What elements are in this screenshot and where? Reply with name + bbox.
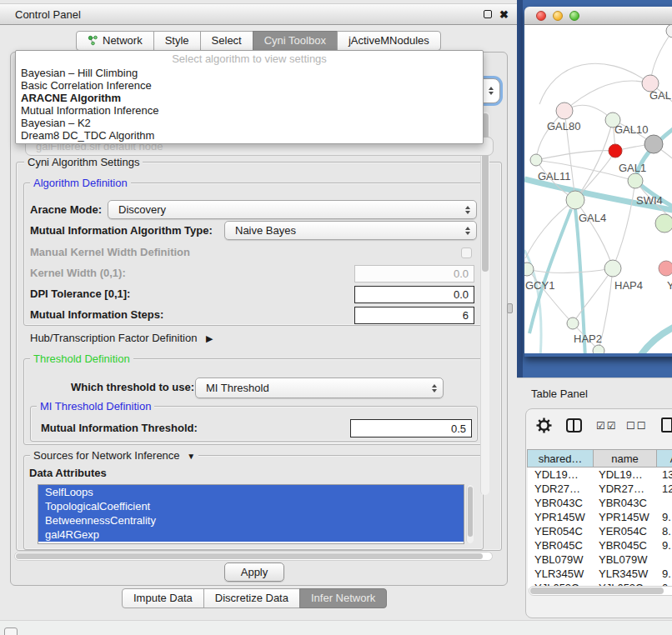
aracne-mode-label: Aracne Mode: <box>30 203 102 216</box>
list-item[interactable]: SelfLoops <box>38 485 464 499</box>
floating-panel-icon[interactable] <box>4 628 18 635</box>
network-view-window[interactable]: GAL GAL80 GAL10 GAL1 GAL11 SWI4 GAL4 GCY… <box>524 7 672 357</box>
node-label: GAL4 <box>579 212 606 224</box>
node-swi4[interactable] <box>628 173 643 188</box>
settings-vertical-scrollbar[interactable] <box>480 112 489 495</box>
node-gal1-selected[interactable] <box>609 144 622 158</box>
gear-icon[interactable] <box>536 418 552 433</box>
mi-threshold-label: Mutual Information Threshold: <box>41 422 198 434</box>
apply-button[interactable]: Apply <box>224 562 284 582</box>
mi-threshold-field[interactable]: 0.5 <box>350 419 472 438</box>
table-row[interactable]: YDL19…YDL19…13 <box>528 468 672 482</box>
node-partial-right[interactable] <box>655 214 672 232</box>
list-item[interactable]: gal4RGexp <box>38 528 464 542</box>
column-header[interactable]: name <box>593 449 657 468</box>
sources-legend-label: Sources for Network Inference <box>33 449 180 462</box>
list-item[interactable]: BetweennessCentrality <box>38 513 464 528</box>
tab-cyni-toolbox[interactable]: Cyni Toolbox <box>253 31 338 51</box>
tab-infer-network[interactable]: Infer Network <box>299 588 387 608</box>
select-columns-icon[interactable]: ☑☑ <box>596 420 618 432</box>
tab-impute-data[interactable]: Impute Data <box>122 588 204 608</box>
mi-threshold-legend: MI Threshold Definition <box>37 400 154 412</box>
float-panel-icon[interactable] <box>484 10 492 18</box>
network-nodes <box>524 25 672 353</box>
menu-item-selected[interactable]: ARACNE Algorithm <box>16 92 483 104</box>
column-header[interactable]: shared… <box>527 449 594 468</box>
window-close-icon[interactable] <box>536 11 546 21</box>
tab-label: Infer Network <box>311 592 375 604</box>
settings-horizontal-scrollbar[interactable] <box>14 552 493 561</box>
data-attributes-list[interactable]: SelfLoops TopologicalCoefficient Between… <box>38 484 464 544</box>
node-hap4[interactable] <box>604 260 621 277</box>
network-window-titlebar[interactable] <box>524 7 672 25</box>
tab-discretize-data[interactable]: Discretize Data <box>203 588 300 608</box>
mi-steps-value: 6 <box>463 309 469 322</box>
mi-type-combobox[interactable]: Naive Bayes <box>224 221 477 240</box>
node-table: shared… name A YDL19…YDL19…13 YDR27…YDR2… <box>528 449 672 588</box>
menu-item[interactable]: Dream8 DC_TDC Algorithm <box>16 129 483 142</box>
node-gcy1[interactable] <box>524 262 534 276</box>
table-row[interactable]: YPR145WYPR145W9. <box>528 510 672 524</box>
table-panel-body: ☑☑ ☐☐ shared… name A YDL19…YDL19…13 <box>525 408 672 618</box>
table-row[interactable]: YER054CYER054C8. <box>528 524 672 538</box>
table-horizontal-scrollbar[interactable] <box>529 586 672 596</box>
node-gal11[interactable] <box>530 154 542 166</box>
mi-type-label: Mutual Information Algorithm Type: <box>30 224 213 237</box>
list-item[interactable]: TopologicalCoefficient <box>38 499 464 513</box>
combo-arrows-icon <box>465 206 470 214</box>
node-label: GAL10 <box>614 123 648 136</box>
tab-select[interactable]: Select <box>200 31 253 51</box>
menu-item[interactable]: Basic Correlation Inference <box>16 79 483 92</box>
deselect-columns-icon[interactable]: ☐☐ <box>626 420 648 432</box>
split-view-icon[interactable] <box>566 418 582 432</box>
manual-kernel-checkbox[interactable] <box>461 248 472 258</box>
table-row[interactable]: YLR345WYLR345W9. <box>528 567 672 581</box>
close-icon[interactable]: ✖ <box>499 9 509 20</box>
aracne-mode-combobox[interactable]: Discovery <box>108 200 477 219</box>
tab-label: Cyni Toolbox <box>264 34 326 47</box>
panel-splitter-handle[interactable] <box>507 303 513 313</box>
column-header[interactable]: A <box>656 449 672 468</box>
menu-item[interactable]: Bayesian – Hill Climbing <box>16 67 483 79</box>
tab-jactivemnodules[interactable]: jActiveMNodules <box>337 31 441 51</box>
which-threshold-combobox[interactable]: MI Threshold <box>195 378 444 398</box>
network-node-labels: GAL GAL80 GAL10 GAL1 GAL11 SWI4 GAL4 GCY… <box>525 89 672 345</box>
node-hap2[interactable] <box>567 318 579 329</box>
menu-item[interactable]: Mutual Information Inference <box>16 104 483 117</box>
table-row[interactable]: YBR045CYBR045C9. <box>528 538 672 552</box>
menu-item[interactable]: Bayesian – K2 <box>16 117 483 129</box>
network-canvas[interactable]: GAL GAL80 GAL10 GAL1 GAL11 SWI4 GAL4 GCY… <box>524 25 672 353</box>
table-row[interactable]: YBR043CYBR043C <box>528 496 672 510</box>
right-region: GAL GAL80 GAL10 GAL1 GAL11 SWI4 GAL4 GCY… <box>517 0 672 635</box>
node-gal4[interactable] <box>566 191 584 209</box>
window-minimize-icon[interactable] <box>553 11 563 21</box>
popup-placeholder: Select algorithm to view settings <box>16 51 483 67</box>
node-partial-bottom[interactable] <box>593 345 604 353</box>
kernel-width-field[interactable]: 0.0 <box>354 265 474 282</box>
dpi-tolerance-field[interactable]: 0.0 <box>354 286 474 303</box>
mi-steps-field[interactable]: 6 <box>354 307 474 324</box>
node-partial-top[interactable] <box>666 25 672 38</box>
attributes-scrollbar[interactable] <box>466 485 474 543</box>
table-header: shared… name A <box>528 449 672 468</box>
node-gray[interactable] <box>644 135 663 153</box>
node-gal80[interactable] <box>556 102 573 119</box>
which-threshold-value: MI Threshold <box>206 382 269 394</box>
tab-network[interactable]: Network <box>76 31 154 51</box>
table-row[interactable]: YBL079WYBL079W <box>528 552 672 567</box>
window-zoom-icon[interactable] <box>569 11 579 21</box>
hub-section-toggle[interactable]: Hub/Transcription Factor Definition ▶ <box>30 332 213 344</box>
tab-style[interactable]: Style <box>153 31 201 51</box>
kernel-width-value: 0.0 <box>454 268 469 280</box>
app-root: Control Panel ✖ Network Style Select Cyn… <box>0 0 672 635</box>
node-label: GAL80 <box>547 120 580 132</box>
table-row[interactable]: YDR27…YDR27…12 <box>528 482 672 496</box>
dpi-tolerance-label: DPI Tolerance [0,1]: <box>30 288 130 300</box>
dpi-tolerance-value: 0.0 <box>454 288 469 301</box>
export-table-icon[interactable] <box>661 418 672 432</box>
sources-legend[interactable]: Sources for Network Inference ▼ <box>30 449 198 462</box>
node-label: GAL <box>649 89 671 102</box>
node-y-partial[interactable] <box>659 261 672 276</box>
kernel-width-label: Kernel Width (0,1): <box>30 267 126 279</box>
mi-steps-label: Mutual Information Steps: <box>30 308 163 321</box>
